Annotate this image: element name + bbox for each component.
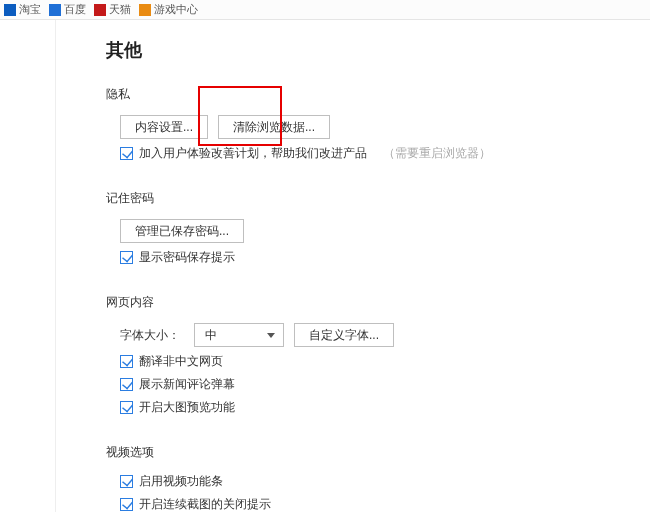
- checkbox-label: 加入用户体验改善计划，帮助我们改进产品: [139, 145, 367, 162]
- checkbox-label: 启用视频功能条: [139, 473, 223, 490]
- bookmark-taobao[interactable]: 淘宝: [2, 2, 43, 17]
- bookmark-label: 百度: [64, 2, 86, 17]
- ux-plan-checkbox[interactable]: 加入用户体验改善计划，帮助我们改进产品 （需要重启浏览器）: [120, 145, 491, 162]
- show-password-hint-checkbox[interactable]: 显示密码保存提示: [120, 249, 235, 266]
- checkbox-icon: [120, 498, 133, 511]
- clear-browsing-data-button[interactable]: 清除浏览数据...: [218, 115, 330, 139]
- section-passwords: 记住密码 管理已保存密码... 显示密码保存提示: [106, 190, 650, 266]
- select-value: 中: [205, 327, 217, 344]
- bookmark-gamecenter[interactable]: 游戏中心: [137, 2, 200, 17]
- settings-content: 其他 隐私 内容设置... 清除浏览数据... 加入用户体验改善计划，帮助我们改…: [56, 20, 650, 512]
- custom-font-button[interactable]: 自定义字体...: [294, 323, 394, 347]
- checkbox-icon: [120, 401, 133, 414]
- video-bar-checkbox[interactable]: 启用视频功能条: [120, 473, 223, 490]
- section-privacy: 隐私 内容设置... 清除浏览数据... 加入用户体验改善计划，帮助我们改进产品…: [106, 86, 650, 162]
- bookmark-tmall[interactable]: 天猫: [92, 2, 133, 17]
- translate-nonchinese-checkbox[interactable]: 翻译非中文网页: [120, 353, 223, 370]
- bookmark-label: 淘宝: [19, 2, 41, 17]
- manage-passwords-button[interactable]: 管理已保存密码...: [120, 219, 244, 243]
- font-size-select[interactable]: 中: [194, 323, 284, 347]
- page-title: 其他: [106, 38, 650, 62]
- content-settings-button[interactable]: 内容设置...: [120, 115, 208, 139]
- baidu-icon: [49, 4, 61, 16]
- settings-sidebar: [0, 20, 56, 512]
- bookmark-bar: 淘宝 百度 天猫 游戏中心: [0, 0, 650, 20]
- checkbox-icon: [120, 147, 133, 160]
- bookmark-baidu[interactable]: 百度: [47, 2, 88, 17]
- taobao-icon: [4, 4, 16, 16]
- tmall-icon: [94, 4, 106, 16]
- gamecenter-icon: [139, 4, 151, 16]
- big-image-preview-checkbox[interactable]: 开启大图预览功能: [120, 399, 235, 416]
- news-popup-checkbox[interactable]: 展示新闻评论弹幕: [120, 376, 235, 393]
- checkbox-label: 翻译非中文网页: [139, 353, 223, 370]
- chevron-down-icon: [267, 333, 275, 338]
- checkbox-label: 开启大图预览功能: [139, 399, 235, 416]
- section-title: 视频选项: [106, 444, 650, 461]
- ux-plan-note: （需要重启浏览器）: [383, 145, 491, 162]
- section-title: 网页内容: [106, 294, 650, 311]
- bookmark-label: 天猫: [109, 2, 131, 17]
- font-size-label: 字体大小：: [120, 327, 180, 344]
- section-video: 视频选项 启用视频功能条 开启连续截图的关闭提示 开启直播录制的关闭提示: [106, 444, 650, 512]
- section-title: 隐私: [106, 86, 650, 103]
- checkbox-label: 开启连续截图的关闭提示: [139, 496, 271, 512]
- checkbox-label: 显示密码保存提示: [139, 249, 235, 266]
- checkbox-icon: [120, 251, 133, 264]
- checkbox-label: 展示新闻评论弹幕: [139, 376, 235, 393]
- checkbox-icon: [120, 475, 133, 488]
- checkbox-icon: [120, 378, 133, 391]
- bookmark-label: 游戏中心: [154, 2, 198, 17]
- checkbox-icon: [120, 355, 133, 368]
- serial-screenshot-close-checkbox[interactable]: 开启连续截图的关闭提示: [120, 496, 271, 512]
- section-webcontent: 网页内容 字体大小： 中 自定义字体... 翻译非中文网页 展示新闻评论弹幕: [106, 294, 650, 416]
- section-title: 记住密码: [106, 190, 650, 207]
